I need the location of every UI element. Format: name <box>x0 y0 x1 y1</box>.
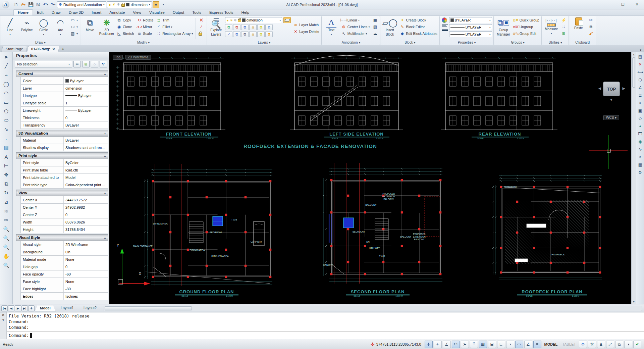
ortho-toggle[interactable]: ∟ <box>497 341 505 348</box>
layer-unisolate-button[interactable]: ⧉ <box>233 24 240 30</box>
property-row[interactable]: Center X344769.7572 <box>20 196 108 204</box>
ribbon-tab-output[interactable]: Output <box>169 10 189 15</box>
area-icon[interactable]: ⬡ <box>637 77 644 83</box>
select-objects-button[interactable]: ⊞ <box>82 61 90 67</box>
properties-icon[interactable]: ▤ <box>637 53 644 60</box>
drawing-viewport[interactable]: FRONT ELEVATION SCALE 1:100 M LEFT SIDE … <box>109 52 631 304</box>
property-row[interactable]: Thickness0 <box>20 114 108 121</box>
tab-overflow-chevron[interactable]: ▾ <box>640 48 641 52</box>
section-header-print-style[interactable]: Print style▴ <box>16 152 108 159</box>
ellipse-button[interactable]: ⬭▾ <box>69 24 78 30</box>
ellipse-icon[interactable]: ⬭ <box>2 116 11 125</box>
panel-label-draw[interactable]: Draw ▾ <box>1 40 80 45</box>
layer-isolate-button[interactable]: ⧉ <box>225 24 232 30</box>
spline-icon[interactable]: ∿ <box>2 125 11 134</box>
text-icon[interactable]: A <box>2 152 11 161</box>
property-row[interactable]: Print table attached toModel <box>20 174 108 181</box>
panel-label-properties[interactable]: Properties ▾ <box>440 40 493 45</box>
grid-snap-toggle[interactable]: ⌖ <box>434 341 442 348</box>
ribbon-tab-draw[interactable]: Draw <box>48 10 65 15</box>
lineweight-display-toggle[interactable]: ≡ <box>533 341 541 348</box>
trim-button[interactable]: ⊐Trim <box>155 17 194 23</box>
scale-button[interactable]: ⧈Scale <box>136 31 154 37</box>
quick-select-button[interactable]: ∷ <box>560 24 567 30</box>
locate-point-icon[interactable]: ⌖ <box>637 100 644 106</box>
next-layout-button[interactable]: ▶ <box>15 305 21 311</box>
undo-button[interactable]: ↶▾ <box>42 1 49 8</box>
stretch-button[interactable]: ◺Stretch <box>116 31 135 37</box>
property-value[interactable]: ByLayer <box>64 137 108 144</box>
copy-icon[interactable]: ⧉ <box>2 180 11 188</box>
property-value[interactable]: Color-dependent print ... <box>64 181 108 188</box>
scroll-up-arrow[interactable]: ▲ <box>632 52 636 57</box>
vertical-scrollbar[interactable]: ▲ ▼ <box>631 52 636 304</box>
object-color-combo[interactable]: BYLAYER▾ <box>449 17 492 23</box>
property-value[interactable]: ByColor <box>64 159 108 166</box>
viewcube[interactable]: TOP <box>603 82 620 96</box>
dynamic-ucs-toggle[interactable]: ▭ <box>515 341 523 348</box>
last-layout-button[interactable]: ▶| <box>21 305 28 311</box>
layer-delete-button[interactable]: ✕Layer Delete <box>292 29 320 35</box>
viewport-style-label[interactable]: 2D Wireframe <box>125 55 151 60</box>
selection-combo[interactable]: No selection▾ <box>15 61 72 67</box>
property-row[interactable]: Width65876.0626 <box>20 218 108 226</box>
erase-button[interactable]: ✕ <box>198 17 205 23</box>
command-close-icon[interactable]: ✕ <box>2 313 4 317</box>
ungroup-button[interactable]: ⧈✕Ungroup <box>513 24 540 30</box>
ribbon-tab-view[interactable]: View <box>129 10 145 15</box>
viewcube-right-arrow[interactable]: ▶ <box>623 86 625 91</box>
quick-select-button[interactable]: ◌ <box>91 61 98 67</box>
property-value[interactable]: 24902.9982 <box>64 204 108 211</box>
close-tab-icon[interactable]: ✕ <box>52 47 55 51</box>
list-icon[interactable]: ≣ <box>637 92 644 99</box>
copy-clip-button[interactable]: ⧉ <box>588 24 594 30</box>
ribbon-tab-help[interactable]: Help <box>237 10 254 15</box>
property-row[interactable]: Face opacity-60 <box>20 270 108 278</box>
hatch-icon[interactable]: ▨ <box>2 143 11 152</box>
status-ok-icon[interactable]: ✔ <box>633 341 641 348</box>
layer-thaw-tool-button[interactable]: ⧉ <box>257 31 265 37</box>
scroll-down-arrow[interactable]: ▼ <box>632 299 636 304</box>
paste-button[interactable]: Paste <box>571 17 586 30</box>
workspace-combo[interactable]: ⚙ Drafting and Annotation ▾ <box>57 1 106 8</box>
property-value[interactable]: -30 <box>64 285 108 292</box>
close-button[interactable]: ✕ <box>630 1 644 9</box>
property-row[interactable]: Halo gap0 <box>20 263 108 270</box>
overlap-icon[interactable]: ⧉ <box>615 341 623 348</box>
polyline-icon[interactable]: ⌁ <box>2 71 11 80</box>
ribbon-tab-home[interactable]: Home <box>13 9 33 15</box>
property-value[interactable]: 31755.6404 <box>64 226 108 233</box>
grid-display-toggle[interactable]: ▦ <box>479 341 487 348</box>
vertical-scroll-thumb[interactable] <box>632 57 635 88</box>
zoom-in-icon[interactable]: 🔍 <box>2 234 11 243</box>
property-row[interactable]: Face highlight-30 <box>20 285 108 293</box>
property-value[interactable]: None <box>64 256 108 263</box>
region-icon[interactable]: ▣ <box>637 107 644 114</box>
light-icon[interactable]: ☀ <box>637 154 644 160</box>
property-row[interactable]: EdgesIsolines <box>20 293 108 300</box>
command-expand-icon[interactable]: ▾ <box>2 318 4 322</box>
ribbon-tab-express-tools[interactable]: Express Tools <box>205 10 237 15</box>
insert-block-button[interactable]: ▱◯InsertBlock <box>382 17 397 36</box>
property-value[interactable]: 1 <box>64 99 108 106</box>
table-button[interactable]: ▦ <box>372 17 378 23</box>
quick-filter-button[interactable]: ⚡ <box>560 17 567 23</box>
zoom-extents-icon[interactable]: 🔍 <box>2 261 11 270</box>
audit-button[interactable]: 🗎 <box>560 31 567 37</box>
layer-walk-button[interactable]: ✓ <box>225 31 232 37</box>
property-value[interactable]: dimension <box>64 85 108 92</box>
tab-start-page[interactable]: Start Page <box>1 46 28 52</box>
group-edit-button[interactable]: ⧈✎Group Edit <box>513 31 540 37</box>
line-icon[interactable]: ╱ <box>2 62 11 70</box>
property-row[interactable]: Print style tablelcad.ctb <box>20 166 108 174</box>
ribbon-tab-insert[interactable]: Insert <box>88 10 105 15</box>
circle-button[interactable]: ◯Circle▾ <box>36 17 51 36</box>
panel-label-block[interactable]: Block ▾ <box>381 40 439 45</box>
settings-icon[interactable]: ⚙ <box>637 169 644 176</box>
mirror-icon[interactable]: ⊿ <box>2 198 11 206</box>
layer-combo[interactable]: ● ☀ ❄ dimension ▾ <box>225 17 282 23</box>
copy-button[interactable]: ⧉Copy <box>116 17 135 23</box>
polyline-button[interactable]: ⌁Polyline <box>19 17 35 32</box>
layer-lock-tool-button[interactable]: ⧈ <box>249 24 257 30</box>
property-row[interactable]: Center Y24902.9982 <box>20 204 108 211</box>
